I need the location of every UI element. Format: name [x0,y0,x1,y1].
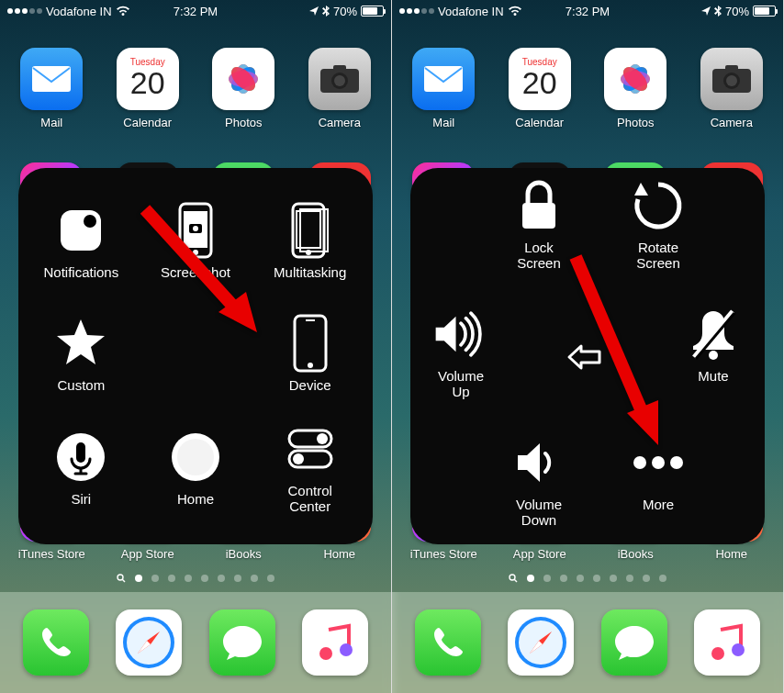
svg-rect-10 [333,65,346,71]
at-label: Control Center [287,483,331,515]
at-home[interactable]: Home [139,411,253,524]
battery-icon [753,6,776,17]
app-label: Mail [40,116,62,129]
svg-rect-20 [61,210,101,251]
at-label: Mute [698,368,728,384]
multitasking-icon [282,202,339,259]
page-indicator[interactable] [396,574,779,583]
svg-line-42 [145,209,237,310]
svg-rect-35 [76,442,85,463]
app-calendar[interactable]: Tuesday 20 Calendar [100,35,196,142]
at-label: Volume Down [516,497,562,529]
at-label: Notifications [43,264,118,280]
at-label: Volume Up [438,368,484,400]
app-photos[interactable]: Photos [588,35,684,142]
at-control-center[interactable]: Control Center [252,411,367,524]
app-label: Home [323,547,355,561]
carrier-label: Vodafone IN [438,5,504,18]
svg-point-37 [177,439,214,475]
bluetooth-icon [322,6,330,17]
status-bar: Vodafone IN 7:32 PM 70% [392,0,783,22]
svg-rect-0 [32,66,71,92]
svg-marker-79 [627,400,658,445]
at-label: Multitasking [274,264,346,280]
annotation-arrow [557,248,695,463]
messages-icon [220,622,264,663]
signal-strength-icon [7,8,42,14]
svg-line-19 [122,579,125,582]
volume-up-icon [432,306,489,363]
star-icon [52,315,109,372]
app-label: Home [715,547,747,561]
dock-music[interactable] [302,609,368,676]
app-label: Calendar [515,116,564,129]
svg-point-62 [726,75,737,86]
carrier-label: Vodafone IN [46,5,112,18]
battery-pct-label: 70% [725,5,749,18]
svg-point-49 [340,643,353,656]
notifications-icon [52,202,109,259]
svg-rect-60 [725,65,738,71]
at-volume-up[interactable]: Volume Up [420,306,502,400]
screen-right: Vodafone IN 7:32 PM 70% Mail Tuesday20Ca… [392,0,784,693]
control-center-icon [282,420,339,477]
svg-point-12 [334,75,345,86]
lock-icon [510,177,567,234]
svg-point-41 [293,453,304,464]
svg-point-72 [709,351,718,360]
bluetooth-icon [714,6,722,17]
app-camera[interactable]: Camera [684,35,780,142]
at-label: Device [289,377,331,393]
status-bar: Vodafone IN 7:32 PM 70% [0,0,391,22]
at-siri[interactable]: Siri [24,411,139,524]
at-label: Home [177,491,214,507]
app-label: App Store [513,547,566,561]
app-label: Mail [432,116,454,129]
app-label: App Store [121,547,174,561]
calendar-day: 20 [522,67,557,98]
svg-point-30 [306,250,311,255]
messages-icon [612,622,656,663]
svg-rect-70 [522,203,555,229]
app-label: iBooks [226,547,262,561]
home-button-icon [167,429,224,486]
at-label: More [643,497,674,512]
page-indicator[interactable] [4,574,387,583]
siri-icon [52,429,109,486]
svg-point-48 [319,647,332,660]
dock-phone[interactable] [415,609,481,676]
location-icon [701,6,711,16]
battery-icon [361,6,384,17]
safari-icon [121,615,176,670]
at-notifications[interactable]: Notifications [24,184,139,297]
dock [0,592,391,693]
svg-marker-71 [634,183,648,196]
app-camera[interactable]: Camera [292,35,388,142]
dock-safari[interactable] [508,609,574,676]
location-icon [309,6,319,16]
app-label: Camera [711,116,753,129]
dock-music[interactable] [694,609,760,676]
clock-label: 7:32 PM [174,5,218,18]
app-label: iTunes Store [18,547,85,561]
search-icon [509,574,518,583]
clock-label: 7:32 PM [566,5,610,18]
at-custom[interactable]: Custom [24,297,139,410]
svg-point-84 [711,647,724,660]
calendar-day: 20 [130,67,165,98]
dock-phone[interactable] [23,609,89,676]
dock-messages[interactable] [601,609,667,676]
at-label: Lock Screen [517,240,561,272]
app-photos[interactable]: Photos [196,35,292,142]
at-label: Siri [71,491,91,507]
app-mail[interactable]: Mail [4,35,100,142]
screen-left: Vodafone IN 7:32 PM 70% Mail Tuesday 20 … [0,0,392,693]
dock-messages[interactable] [209,609,275,676]
phone-icon [429,623,467,662]
dock-safari[interactable] [116,609,182,676]
svg-rect-50 [424,66,463,92]
dock [392,592,783,693]
app-mail[interactable]: Mail [396,35,492,142]
battery-pct-label: 70% [333,5,357,18]
app-calendar[interactable]: Tuesday20Calendar [492,35,588,142]
